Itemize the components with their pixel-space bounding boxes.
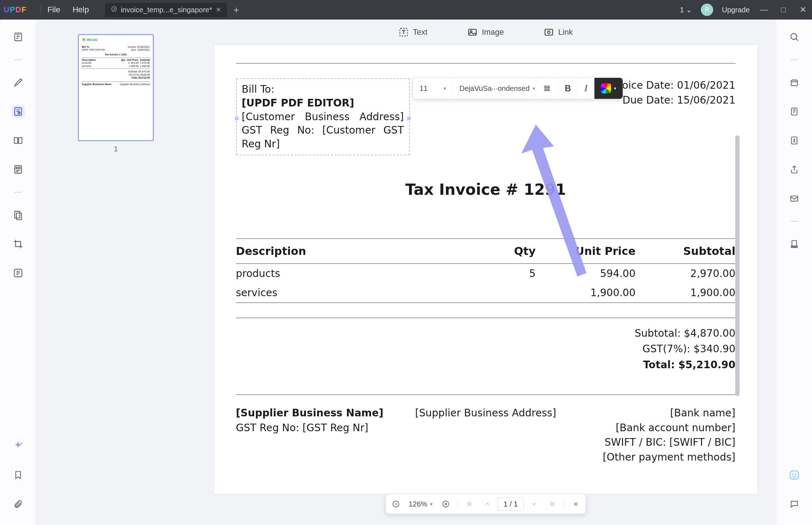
redact-tool-icon[interactable] [12, 209, 25, 222]
svg-rect-19 [791, 80, 797, 86]
bank-account: [Bank account number] [569, 421, 736, 436]
menu-file[interactable]: File [47, 5, 60, 14]
swift-bic: SWIFT / BIC: [SWIFT / BIC] [569, 435, 736, 450]
export-icon[interactable] [788, 238, 801, 251]
line-items-table: Description Qty Unit Price Subtotal prod… [236, 238, 736, 303]
document-tab[interactable]: invoice_temp...e_singapore* ✕ [105, 3, 227, 17]
pdf-page[interactable]: Bill To: [UPDF PDF EDITOR] [Customer Bus… [214, 45, 757, 494]
search-icon[interactable] [788, 30, 801, 43]
table-row: products 5 594.00 2,970.00 [236, 264, 736, 283]
tool-link[interactable]: Link [544, 27, 573, 37]
bookmark-icon[interactable] [12, 469, 25, 482]
organize-pages-icon[interactable] [12, 134, 25, 147]
prev-page-button[interactable] [479, 496, 495, 512]
billto-text-box[interactable]: Bill To: [UPDF PDF EDITOR] [Customer Bus… [236, 78, 410, 155]
zoom-out-button[interactable] [388, 496, 404, 512]
save-icon[interactable] [788, 76, 801, 89]
menu-help[interactable]: Help [72, 5, 89, 14]
reader-mode-icon[interactable] [12, 30, 25, 43]
print-icon[interactable] [788, 105, 801, 118]
cell-sub: 2,970.00 [636, 264, 736, 283]
edit-toolbar: Text Image Link [195, 20, 776, 45]
form-tool-icon[interactable] [12, 163, 25, 176]
italic-button[interactable]: I [578, 78, 594, 99]
last-page-button[interactable] [544, 496, 560, 512]
scrollbar-thumb[interactable] [735, 135, 740, 396]
crop-tool-icon[interactable] [12, 238, 25, 251]
font-size-select[interactable]: 11 ▾ [413, 78, 453, 99]
user-avatar[interactable]: R [701, 4, 713, 16]
page-number-input[interactable]: 1 / 1 [497, 497, 524, 511]
svg-point-27 [795, 474, 796, 475]
chevron-down-icon: ▾ [430, 501, 433, 507]
tab-close-icon[interactable]: ✕ [216, 6, 221, 14]
window-maximize-icon[interactable]: □ [778, 5, 789, 14]
zoom-level-select[interactable]: 126% ▾ [406, 500, 436, 508]
ocr-tool-icon[interactable] [12, 266, 25, 280]
attachment-icon[interactable] [12, 497, 25, 511]
window-count-dropdown[interactable]: 1 ⌄ [680, 5, 692, 14]
first-page-button[interactable] [461, 496, 477, 512]
font-family-select[interactable]: DejaVuSa···ondensed ▾ [453, 78, 536, 99]
svg-rect-5 [14, 166, 21, 173]
cell-qty [461, 283, 536, 303]
rail-divider [14, 192, 22, 193]
separator [41, 5, 41, 14]
billto-address: [Customer Business Address] GST Reg No: … [242, 110, 404, 151]
svg-rect-12 [468, 29, 476, 35]
comment-tool-icon[interactable] [12, 76, 25, 89]
app-logo: UPDF [4, 5, 27, 14]
tool-text-label: Text [413, 28, 428, 37]
zoom-in-button[interactable] [438, 496, 454, 512]
text-format-toolbar[interactable]: 11 ▾ DejaVuSa···ondensed ▾ B I ▾ [413, 77, 623, 99]
font-family-value: DejaVuSa···ondensed [459, 84, 530, 93]
feedback-icon[interactable] [788, 497, 801, 511]
window-close-icon[interactable]: ✕ [798, 5, 808, 14]
svg-rect-6 [16, 167, 20, 169]
chevron-down-icon: ⌄ [686, 5, 692, 14]
chevron-down-icon: ▾ [533, 85, 535, 91]
ai-chat-icon[interactable] [788, 469, 801, 482]
svg-rect-21 [791, 137, 797, 144]
zoom-nav-bar: 126% ▾ 1 / 1 ✕ [385, 494, 586, 514]
edit-tool-icon[interactable] [12, 105, 25, 118]
resize-handle-right[interactable] [407, 117, 411, 120]
tool-text[interactable]: Text [399, 27, 428, 37]
share-icon[interactable] [788, 163, 801, 176]
col-qty: Qty [461, 239, 536, 264]
window-minimize-icon[interactable]: — [758, 5, 769, 14]
supplier-name: [Supplier Business Name] [236, 406, 403, 421]
cell-unit: 1,900.00 [536, 283, 636, 303]
resize-handle-left[interactable] [235, 117, 239, 120]
new-tab-button[interactable]: + [233, 4, 239, 16]
compress-icon[interactable] [788, 134, 801, 147]
left-rail [0, 20, 36, 525]
cell-desc: products [236, 264, 461, 283]
titlebar: UPDF File Help invoice_temp...e_singapor… [0, 0, 812, 20]
upgrade-button[interactable]: Upgrade [722, 6, 750, 14]
bold-button[interactable]: B [558, 78, 578, 99]
font-size-value: 11 [420, 84, 428, 93]
svg-rect-3 [14, 138, 17, 143]
align-button[interactable] [536, 78, 558, 99]
svg-rect-4 [18, 138, 22, 143]
tool-image[interactable]: Image [467, 27, 504, 37]
billto-label: Bill To: [242, 83, 404, 96]
page-thumbnail[interactable]: 🍀 INV.SG Bill ToUPDF PDF EDITORInvoice: … [78, 34, 154, 141]
editor-viewport: Text Image Link 11 ▾ DejaVuSa···ondensed… [195, 20, 776, 525]
chevron-down-icon: ▾ [443, 85, 446, 91]
svg-rect-7 [14, 211, 20, 218]
svg-rect-25 [790, 471, 798, 479]
close-bar-button[interactable]: ✕ [568, 496, 584, 512]
text-color-button[interactable]: ▾ [594, 78, 623, 99]
due-date: Due Date: 15/06/2021 [607, 93, 736, 108]
email-icon[interactable] [788, 192, 801, 205]
ai-assistant-icon[interactable] [12, 440, 25, 453]
color-swatch-icon [601, 83, 611, 93]
svg-rect-22 [791, 196, 798, 201]
tool-link-label: Link [558, 28, 573, 37]
next-page-button[interactable] [526, 496, 542, 512]
chevron-down-icon: ▾ [614, 86, 616, 91]
vertical-scrollbar[interactable] [735, 135, 740, 425]
window-count: 1 [680, 6, 684, 14]
